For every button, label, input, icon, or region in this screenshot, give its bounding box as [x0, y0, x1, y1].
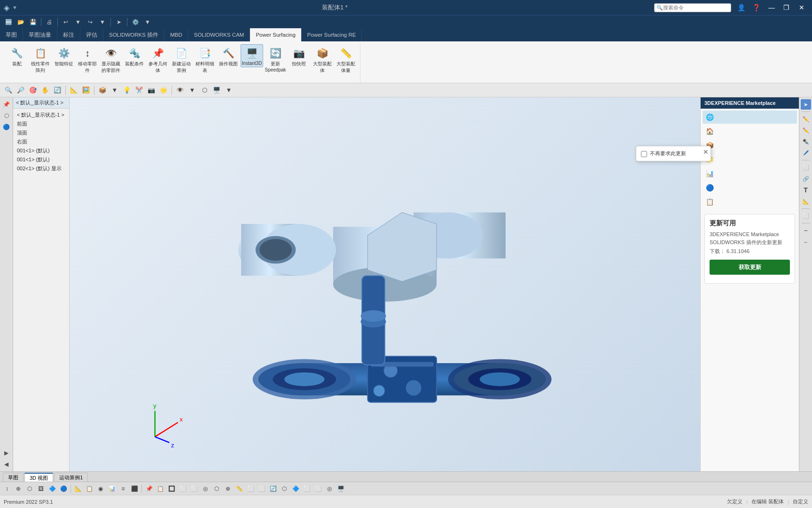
close-button[interactable]: ✕ — [795, 2, 808, 13]
rp-nav-folder[interactable]: 📁 — [703, 153, 797, 166]
ts-pan[interactable]: ✋ — [39, 85, 51, 96]
tree-item-part3[interactable]: 002<1> (默认) 显示 — [15, 164, 67, 173]
bt-btn-19[interactable]: ⬡ — [211, 484, 222, 494]
rts-select-btn[interactable]: ➤ — [801, 99, 811, 110]
tab-power-surfacing-re[interactable]: Power Surfacing RE — [302, 28, 362, 41]
tab-sketch[interactable]: 草图 — [0, 28, 23, 41]
collapse-left-btn[interactable]: ◀ — [1, 459, 12, 469]
bt-btn-13[interactable]: 📌 — [144, 484, 154, 494]
rp-nav-home[interactable]: 🏠 — [703, 125, 797, 138]
ribbon-btn-bom[interactable]: 📑 材料明细表 — [194, 44, 216, 75]
ts-hide-show-items-dd[interactable]: ▼ — [187, 85, 198, 96]
bt-btn-16[interactable]: ⬜ — [178, 484, 188, 494]
bt-btn-4[interactable]: 🖼 — [36, 484, 46, 494]
rp-nav-list[interactable]: 📋 — [703, 195, 797, 208]
viewport[interactable]: x y z — [70, 97, 700, 471]
ts-display-style-dd[interactable]: ▼ — [109, 85, 120, 96]
rts-zoom-out-btn[interactable]: − — [801, 225, 811, 236]
bt-btn-22[interactable]: ⬜ — [245, 484, 256, 494]
tab-evaluate[interactable]: 评估 — [80, 28, 103, 41]
config-tab[interactable]: 🔵 — [1, 122, 12, 132]
tab-sw-plugins[interactable]: SOLIDWORKS 插件 — [103, 28, 164, 41]
feature-tree-tab[interactable]: 📌 — [1, 99, 12, 110]
restore-button[interactable]: ❐ — [780, 2, 793, 13]
tab-sw-cam[interactable]: SOLIDWORKS CAM — [188, 28, 250, 41]
ts-camera[interactable]: 📷 — [146, 85, 157, 96]
help-button[interactable]: ❓ — [750, 2, 763, 13]
ribbon-btn-linear-array[interactable]: 📋 线性零件阵列 — [29, 44, 52, 75]
ts-render[interactable]: 🌟 — [158, 85, 169, 96]
rts-pen1-btn[interactable]: ✏️ — [801, 114, 811, 124]
bt-btn-26[interactable]: 🔷 — [290, 484, 301, 494]
bt-btn-5[interactable]: 🔷 — [47, 484, 57, 494]
bt-btn-17[interactable]: ⬜ — [189, 484, 199, 494]
ts-zoom-fit[interactable]: 🔍 — [3, 85, 14, 96]
bt-btn-18[interactable]: ◎ — [200, 484, 211, 494]
select-button[interactable]: ➤ — [113, 17, 125, 27]
redo-dropdown[interactable]: ▼ — [97, 17, 108, 27]
ts-view3d[interactable]: 🖥️ — [211, 85, 222, 96]
tree-item-default-state[interactable]: < 默认_显示状态-1 > — [15, 111, 67, 119]
bt-btn-8[interactable]: 📋 — [84, 484, 94, 494]
redo-button[interactable]: ↪ — [85, 17, 96, 27]
bt-btn-21[interactable]: 📏 — [234, 484, 244, 494]
ts-hide-show-items[interactable]: 👁️ — [174, 85, 186, 96]
rts-pen4-btn[interactable]: 🖊️ — [801, 148, 811, 158]
ribbon-btn-explode[interactable]: 🔨 操作视图 — [217, 44, 240, 69]
tab-power-surfacing[interactable]: Power Surfacing — [250, 28, 301, 41]
tree-item-part2[interactable]: 001<1> (默认) — [15, 155, 67, 164]
ts-section-view[interactable]: ✂️ — [133, 85, 145, 96]
user-icon-button[interactable]: 👤 — [735, 2, 748, 13]
rp-nav-package[interactable]: 📦 — [703, 139, 797, 152]
tab-mbd[interactable]: MBD — [164, 28, 188, 41]
tree-item-right[interactable]: 右面 — [15, 137, 67, 146]
expand-left-btn[interactable]: ▶ — [1, 448, 12, 458]
ribbon-btn-large-assembly[interactable]: 📦 大型装配体 — [311, 44, 334, 75]
bt-btn-25[interactable]: ⬡ — [279, 484, 289, 494]
ribbon-btn-move-part[interactable]: ↕️ 移动零部件 — [76, 44, 99, 75]
dismiss-checkbox[interactable] — [641, 151, 647, 157]
bt-btn-15[interactable]: 🔲 — [166, 484, 177, 494]
bt-btn-10[interactable]: 📊 — [107, 484, 117, 494]
search-input[interactable] — [663, 5, 729, 10]
bt-btn-2[interactable]: ⊕ — [13, 484, 23, 494]
bt-btn-14[interactable]: 📋 — [155, 484, 165, 494]
ts-scene-light[interactable]: 💡 — [121, 85, 133, 96]
options-dropdown[interactable]: ▼ — [142, 17, 153, 27]
bt-btn-9[interactable]: ◉ — [95, 484, 106, 494]
ribbon-btn-instant3d[interactable]: 🖥️ Instant3D — [241, 44, 263, 67]
print-button[interactable]: 🖨 — [44, 17, 55, 27]
bt-btn-30[interactable]: 🖥️ — [336, 484, 346, 494]
ribbon-btn-ref-geometry[interactable]: 📌 参考几何体 — [147, 44, 169, 75]
minimize-button[interactable]: — — [765, 2, 778, 13]
rts-measure-btn[interactable]: 📐 — [801, 196, 811, 206]
bt-btn-27[interactable]: ⬜ — [302, 484, 312, 494]
new-file-button[interactable]: 🆕 — [3, 17, 14, 27]
ribbon-btn-large-assembly-qty[interactable]: 📏 大型装配体量 — [335, 44, 357, 75]
rp-nav-globe[interactable]: 🌐 — [703, 111, 797, 124]
ts-more[interactable]: ⬡ — [199, 85, 210, 96]
ts-hide-show-plane[interactable]: 🖼️ — [80, 85, 92, 96]
ribbon-btn-show-hide[interactable]: 👁️ 显示隐藏的零部件 — [100, 44, 122, 75]
status-tab-motion[interactable]: 运动算例1 — [54, 473, 88, 482]
options-button[interactable]: ⚙️ — [130, 17, 141, 27]
search-bar[interactable]: 🔍 — [654, 3, 731, 12]
property-tab[interactable]: ⬡ — [1, 111, 12, 121]
rts-rect-btn[interactable]: ⬜ — [801, 162, 811, 173]
bt-btn-12[interactable]: ⬛ — [129, 484, 140, 494]
save-button[interactable]: 💾 — [27, 17, 39, 27]
ribbon-btn-assembly[interactable]: 🔧 装配 — [6, 44, 28, 69]
rts-pen3-btn[interactable]: ✒️ — [801, 136, 811, 147]
undo-dropdown[interactable]: ▼ — [72, 17, 84, 27]
rts-link-btn[interactable]: 🔗 — [801, 174, 811, 184]
ts-zoom-prev[interactable]: 🎯 — [27, 85, 39, 96]
rts-fit-btn[interactable]: ↔ — [801, 237, 811, 247]
tab-annotation[interactable]: 标注 — [57, 28, 80, 41]
open-file-button[interactable]: 📂 — [15, 17, 26, 27]
bt-btn-20[interactable]: ⊕ — [223, 484, 233, 494]
status-tab-3d[interactable]: 3D 视图 — [24, 473, 53, 482]
ribbon-btn-constraint[interactable]: 🔩 装配条件 — [123, 44, 146, 69]
status-tab-sketch[interactable]: 草图 — [3, 473, 23, 482]
ts-view-orient[interactable]: 📐 — [68, 85, 79, 96]
ribbon-btn-snapshot[interactable]: 📷 拍快照 — [288, 44, 310, 69]
